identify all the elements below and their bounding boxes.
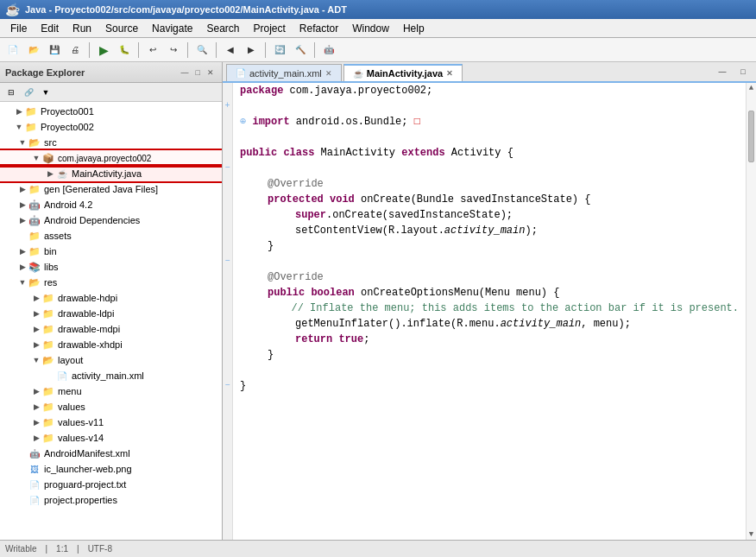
tree-item-drawable-mdpi[interactable]: ▶ 📁 drawable-mdpi — [0, 321, 222, 337]
tree-item-gen[interactable]: ▶ 📁 gen [Generated Java Files] — [0, 181, 222, 197]
tree-item-values-v11[interactable]: ▶ 📁 values-v11 — [0, 415, 222, 430]
tree-item-android42[interactable]: ▶ 🤖 Android 4.2 — [0, 197, 222, 212]
scroll-down-btn[interactable]: ▼ — [747, 529, 756, 540]
label-proyecto001: Proyecto001 — [41, 106, 94, 117]
minimize-panel-btn[interactable]: — — [179, 67, 192, 78]
txt-icon-1: 📄 — [28, 478, 41, 491]
scroll-track[interactable] — [747, 164, 756, 529]
tree-view[interactable]: ▶ 📁 Proyecto001 ▼ 📁 Proyecto002 ▼ 📂 src — [0, 102, 222, 540]
next-btn[interactable]: ▶ — [242, 41, 261, 60]
open-btn[interactable]: 📂 — [24, 41, 43, 60]
folder-icon-layout: 📂 — [41, 353, 55, 367]
tree-item-libs[interactable]: ▶ 📚 libs — [0, 259, 222, 275]
project-icon-2: 📁 — [24, 120, 38, 134]
prev-btn[interactable]: ◀ — [221, 41, 240, 60]
tree-item-activity-main-xml[interactable]: ▶ 📄 activity_main.xml — [0, 368, 222, 383]
collapse-marker-method1[interactable]: − — [223, 254, 232, 269]
sep4 — [216, 42, 217, 58]
build-btn[interactable]: 🔨 — [291, 41, 310, 60]
tree-item-icon-png[interactable]: ▶ 🖼 ic_launcher-web.png — [0, 461, 222, 477]
arrow-drawable-ldpi: ▶ — [31, 309, 41, 318]
maximize-panel-btn[interactable]: □ — [193, 67, 203, 78]
tab-activity-main-xml[interactable]: 📄 activity_main.xml ✕ — [226, 64, 342, 81]
label-proguard: proguard-project.txt — [44, 479, 126, 490]
tree-item-bin[interactable]: ▶ 📁 bin — [0, 244, 222, 259]
menu-edit[interactable]: Edit — [34, 21, 66, 36]
java-file-icon: ☕ — [55, 167, 69, 180]
panel-menu-btn[interactable]: ▼ — [38, 85, 54, 100]
undo-btn[interactable]: ↩ — [143, 41, 162, 60]
tree-item-assets[interactable]: ▶ 📁 assets — [0, 228, 222, 244]
tree-item-package[interactable]: ▼ 📦 com.javaya.proyecto002 — [0, 150, 222, 166]
menu-project[interactable]: Project — [246, 21, 292, 36]
debug-btn[interactable]: 🐛 — [115, 41, 134, 60]
tree-item-drawable-hdpi[interactable]: ▶ 📁 drawable-hdpi — [0, 290, 222, 306]
arrow-gen: ▶ — [17, 185, 28, 193]
label-drawable-xhdpi: drawable-xhdpi — [58, 339, 123, 350]
tree-item-mainactivity[interactable]: ▶ ☕ MainActivity.java — [0, 166, 222, 181]
menu-file[interactable]: File — [3, 21, 34, 36]
menu-run[interactable]: Run — [66, 21, 98, 36]
print-btn[interactable]: 🖨 — [66, 41, 85, 60]
editor-maximize-btn[interactable]: □ — [734, 62, 753, 81]
menu-help[interactable]: Help — [396, 21, 432, 36]
arrow-values-v11: ▶ — [31, 418, 41, 427]
arrow-package: ▼ — [31, 154, 41, 162]
editor-minimize-btn[interactable]: — — [713, 62, 732, 81]
tree-item-values-v14[interactable]: ▶ 📁 values-v14 — [0, 430, 222, 446]
panel-header: Package Explorer — □ ✕ — [0, 62, 222, 83]
scroll-up-btn[interactable]: ▲ — [747, 83, 756, 93]
close-panel-btn[interactable]: ✕ — [205, 67, 217, 78]
save-btn[interactable]: 💾 — [45, 41, 64, 60]
collapse-marker-import[interactable]: + — [223, 98, 232, 114]
collapse-marker-class[interactable]: − — [223, 161, 232, 176]
menu-search[interactable]: Search — [199, 21, 246, 36]
collapse-all-btn[interactable]: ⊟ — [3, 85, 19, 100]
tree-item-src[interactable]: ▼ 📂 src — [0, 135, 222, 150]
tab-mainactivity-java[interactable]: ☕ MainActivity.java ✕ — [343, 64, 463, 81]
tree-item-project-props[interactable]: ▶ 📄 project.properties — [0, 492, 222, 508]
tab-close-1[interactable]: ✕ — [325, 69, 332, 78]
collapse-marker-method2[interactable]: − — [223, 378, 232, 394]
folder-icon-bin: 📁 — [28, 244, 41, 258]
tree-item-layout[interactable]: ▼ 📂 layout — [0, 352, 222, 368]
tab-close-2[interactable]: ✕ — [446, 69, 453, 78]
sync-btn[interactable]: 🔄 — [270, 41, 289, 60]
panel-title: Package Explorer — [5, 67, 85, 78]
sep3 — [187, 42, 188, 58]
tree-item-res[interactable]: ▼ 📂 res — [0, 275, 222, 290]
status-encoding: UTF-8 — [88, 544, 112, 554]
run-btn[interactable]: ▶ — [94, 41, 113, 60]
label-icon-png: ic_launcher-web.png — [44, 464, 132, 474]
tree-item-drawable-ldpi[interactable]: ▶ 📁 drawable-ldpi — [0, 306, 222, 321]
vertical-scrollbar[interactable]: ▲ ▼ — [746, 83, 756, 540]
tree-item-values[interactable]: ▶ 📁 values — [0, 399, 222, 415]
tree-item-proguard[interactable]: ▶ 📄 proguard-project.txt — [0, 477, 222, 492]
scroll-thumb[interactable] — [748, 111, 754, 162]
tree-item-proyecto002[interactable]: ▼ 📁 Proyecto002 — [0, 119, 222, 135]
tree-item-android-deps[interactable]: ▶ 🤖 Android Dependencies — [0, 212, 222, 228]
search-btn[interactable]: 🔍 — [192, 41, 211, 60]
arrow-values-v14: ▶ — [31, 434, 41, 442]
link-editor-btn[interactable]: 🔗 — [21, 85, 36, 100]
tree-item-menu[interactable]: ▶ 📁 menu — [0, 383, 222, 399]
code-area[interactable]: package com.javaya.proyecto002; ⊕ import… — [233, 83, 746, 540]
label-android-deps: Android Dependencies — [44, 215, 140, 225]
redo-btn[interactable]: ↪ — [164, 41, 183, 60]
toolbar: 📄 📂 💾 🖨 ▶ 🐛 ↩ ↪ 🔍 ◀ ▶ 🔄 🔨 🤖 — [0, 38, 756, 62]
menu-source[interactable]: Source — [98, 21, 145, 36]
menu-navigate[interactable]: Navigate — [145, 21, 199, 36]
arrow-drawable-hdpi: ▶ — [31, 294, 41, 302]
tree-item-androidmanifest[interactable]: ▶ 🤖 AndroidManifest.xml — [0, 446, 222, 461]
tree-item-drawable-xhdpi[interactable]: ▶ 📁 drawable-xhdpi — [0, 337, 222, 352]
status-writable: Writable — [5, 544, 37, 554]
folder-icon-values-v14: 📁 — [41, 431, 55, 445]
menu-window[interactable]: Window — [345, 21, 396, 36]
menu-refactor[interactable]: Refactor — [293, 21, 345, 36]
new-btn[interactable]: 📄 — [3, 41, 22, 60]
gen-icon: 📁 — [28, 182, 41, 196]
tree-item-proyecto001[interactable]: ▶ 📁 Proyecto001 — [0, 104, 222, 119]
status-bar: Writable | 1:1 | UTF-8 — [0, 540, 756, 557]
tab-label-2: MainActivity.java — [367, 68, 443, 79]
android-btn[interactable]: 🤖 — [319, 41, 338, 60]
